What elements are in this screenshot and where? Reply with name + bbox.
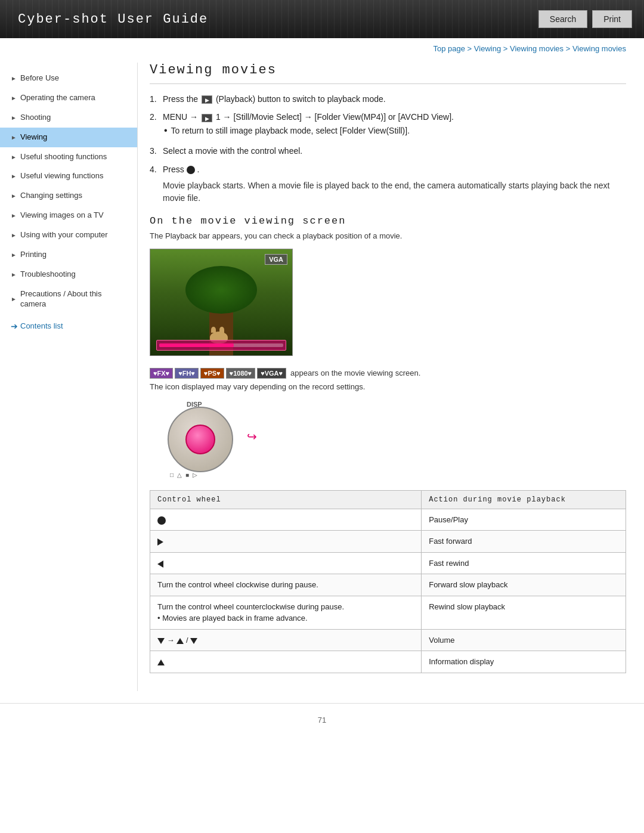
playbar-track bbox=[159, 343, 283, 347]
action-cell: Forward slow playback bbox=[422, 574, 626, 596]
sidebar-item-troubleshooting[interactable]: ► Troubleshooting bbox=[0, 265, 137, 284]
chevron-icon: ► bbox=[11, 75, 17, 82]
icon-badges-row: ♥FX♥ ♥FH♥ ♥PS♥ ♥1080♥ ♥VGA♥ appears on t… bbox=[150, 368, 626, 379]
wheel-icon-3: ■ bbox=[185, 472, 189, 478]
wheel-outer bbox=[168, 407, 233, 472]
sidebar-item-before-use[interactable]: ► Before Use bbox=[0, 69, 137, 88]
sidebar-item-shooting[interactable]: ► Shooting bbox=[0, 108, 137, 128]
wheel-icon-2: △ bbox=[177, 472, 182, 478]
footer: 71 bbox=[0, 703, 644, 736]
sidebar: ► Before Use ► Operating the camera ► Sh… bbox=[0, 63, 137, 691]
control-cell bbox=[150, 552, 422, 574]
sidebar-item-precautions[interactable]: ► Precautions / About this camera bbox=[0, 284, 137, 314]
step-4-extra: Movie playback starts. When a movie file… bbox=[163, 179, 626, 205]
header-title: Cyber-shot User Guide bbox=[0, 12, 208, 27]
page-title: Viewing movies bbox=[150, 63, 626, 84]
breadcrumb-current[interactable]: Viewing movies bbox=[572, 44, 626, 53]
table-row: Pause/Play bbox=[150, 509, 626, 531]
chevron-icon: ► bbox=[11, 271, 17, 278]
header-buttons: Search Print bbox=[538, 10, 644, 28]
sidebar-item-viewing[interactable]: ► Viewing bbox=[0, 128, 137, 147]
sidebar-item-printing[interactable]: ► Printing bbox=[0, 245, 137, 265]
chevron-icon: ► bbox=[11, 192, 17, 200]
action-cell: Fast rewind bbox=[422, 552, 626, 574]
sidebar-item-operating[interactable]: ► Operating the camera bbox=[0, 88, 137, 108]
playback-bar bbox=[156, 340, 286, 351]
page-number: 71 bbox=[318, 716, 326, 724]
wheel-icon-1: □ bbox=[170, 472, 174, 478]
wheel-inner bbox=[185, 425, 215, 454]
breadcrumb-viewing-movies[interactable]: Viewing movies bbox=[510, 44, 564, 53]
search-button[interactable]: Search bbox=[538, 10, 587, 28]
sidebar-item-changing-settings[interactable]: ► Changing settings bbox=[0, 186, 137, 206]
circle-button-icon bbox=[187, 166, 195, 174]
control-cell: Turn the control wheel clockwise during … bbox=[150, 574, 422, 596]
fh-badge: ♥FH♥ bbox=[175, 368, 199, 379]
breadcrumb-top[interactable]: Top page bbox=[433, 44, 465, 53]
down-icon bbox=[157, 638, 165, 644]
sidebar-item-useful-viewing[interactable]: ► Useful viewing functions bbox=[0, 166, 137, 186]
movie-screenshot: VGA bbox=[150, 249, 293, 356]
playback-bar-desc: The Playback bar appears, you can check … bbox=[150, 231, 626, 240]
control-cell bbox=[150, 509, 422, 531]
main-content: Viewing movies 1. Press the ▶ (Playback)… bbox=[137, 63, 644, 691]
up-icon-2 bbox=[157, 659, 165, 665]
control-cell bbox=[150, 531, 422, 553]
table-row: Fast forward bbox=[150, 531, 626, 553]
chevron-icon: ► bbox=[11, 153, 17, 161]
sidebar-item-label: Viewing bbox=[20, 132, 47, 143]
sidebar-item-useful-shooting[interactable]: ► Useful shooting functions bbox=[0, 147, 137, 167]
chevron-icon: ► bbox=[11, 114, 17, 122]
table-row: Turn the control wheel clockwise during … bbox=[150, 574, 626, 596]
wheel-icon-4: ▷ bbox=[193, 472, 197, 478]
playbar-fill bbox=[159, 343, 234, 347]
step-1: 1. Press the ▶ (Playback) button to swit… bbox=[150, 92, 626, 106]
table-row: → / Volume bbox=[150, 629, 626, 651]
section-title: On the movie viewing screen bbox=[150, 215, 626, 227]
wheel-arrow-right-icon: ↪ bbox=[247, 429, 257, 444]
wheel-bottom-icons: □ △ ■ ▷ bbox=[170, 472, 197, 478]
sidebar-item-label: Troubleshooting bbox=[20, 270, 76, 280]
control-cell bbox=[150, 651, 422, 673]
action-cell: Fast forward bbox=[422, 531, 626, 553]
action-cell: Information display bbox=[422, 651, 626, 673]
sidebar-item-label: Shooting bbox=[20, 113, 51, 123]
chevron-icon: ► bbox=[11, 212, 17, 219]
col-control-header: Control wheel bbox=[150, 490, 422, 509]
control-cell: → / bbox=[150, 629, 422, 651]
steps-list: 1. Press the ▶ (Playback) button to swit… bbox=[150, 92, 626, 205]
sidebar-item-label: Printing bbox=[20, 250, 47, 260]
play-left-icon bbox=[157, 561, 163, 568]
layout: ► Before Use ► Operating the camera ► Sh… bbox=[0, 57, 644, 691]
sidebar-item-label: Operating the camera bbox=[20, 93, 95, 103]
sidebar-item-using-computer[interactable]: ► Using with your computer bbox=[0, 225, 137, 245]
step-2: 2. MENU → ▶ 1 → [Still/Movie Select] → [… bbox=[150, 110, 626, 140]
step-4: 4. Press . Movie playback starts. When a… bbox=[150, 163, 626, 205]
sidebar-item-label: Changing settings bbox=[20, 191, 82, 201]
breadcrumb-viewing[interactable]: Viewing bbox=[474, 44, 501, 53]
chevron-icon: ► bbox=[11, 295, 17, 303]
vga-icon-badge: ♥VGA♥ bbox=[257, 368, 286, 379]
sidebar-item-label: Precautions / About this camera bbox=[20, 289, 129, 309]
contents-list-link[interactable]: ➔ Contents list bbox=[0, 314, 137, 336]
table-row: Turn the control wheel counterclockwise … bbox=[150, 596, 626, 629]
sidebar-item-label: Using with your computer bbox=[20, 230, 108, 240]
ps-badge: ♥PS♥ bbox=[200, 368, 224, 379]
sidebar-item-viewing-tv[interactable]: ► Viewing images on a TV bbox=[0, 206, 137, 225]
playback-icon-2: ▶ bbox=[202, 114, 212, 122]
chevron-icon: ► bbox=[11, 251, 17, 259]
chevron-icon: ► bbox=[11, 231, 17, 239]
icon-vary-text: The icon displayed may vary depending on… bbox=[150, 382, 626, 391]
vga-badge: VGA bbox=[265, 254, 287, 265]
1080-badge: ♥1080♥ bbox=[226, 368, 256, 379]
print-button[interactable]: Print bbox=[592, 10, 632, 28]
action-cell: Volume bbox=[422, 629, 626, 651]
control-cell: Turn the control wheel counterclockwise … bbox=[150, 596, 422, 629]
chevron-icon: ► bbox=[11, 134, 17, 141]
table-row: Fast rewind bbox=[150, 552, 626, 574]
action-cell: Pause/Play bbox=[422, 509, 626, 531]
action-cell: Rewind slow playback bbox=[422, 596, 626, 629]
header: Cyber-shot User Guide Search Print bbox=[0, 0, 644, 38]
step-2-bullet: • To return to still image playback mode… bbox=[164, 124, 410, 137]
control-wheel-diagram: DISP ↪ □ △ ■ ▷ bbox=[162, 401, 257, 478]
